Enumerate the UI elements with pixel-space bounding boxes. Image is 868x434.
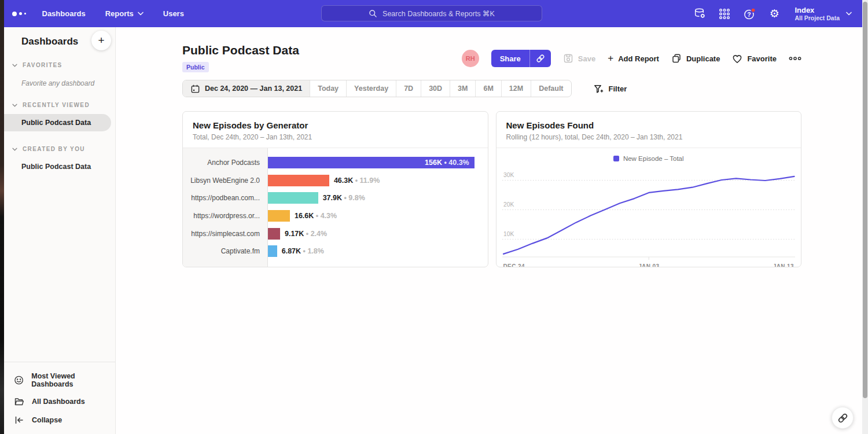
most-viewed-dashboards-button[interactable]: Most Viewed Dashboards <box>4 368 115 392</box>
collapse-sidebar-button[interactable]: Collapse <box>4 411 115 429</box>
date-preset-12m[interactable]: 12M <box>501 80 531 97</box>
bar-value-label: 16.6K • 4.3% <box>295 212 337 220</box>
link-chain-icon <box>837 413 848 424</box>
sidebar-item-label: Public Podcast Data <box>21 119 91 127</box>
footer-item-label: Most Viewed Dashboards <box>31 372 115 388</box>
plus-icon: + <box>98 34 104 47</box>
data-management-button[interactable] <box>693 7 707 21</box>
share-button[interactable]: Share <box>491 50 551 67</box>
more-options-button[interactable] <box>789 56 801 61</box>
section-label: RECENTLY VIEWED <box>23 102 90 108</box>
bar-chart: Anchor PodcastsLibsyn WebEngine 2.0https… <box>183 148 488 267</box>
scrollbar-thumb[interactable] <box>863 2 867 398</box>
save-floppy-icon <box>563 53 573 64</box>
plus-icon: + <box>608 54 613 62</box>
sidebar-section-created-by-you[interactable]: CREATED BY YOU <box>4 146 115 152</box>
svg-text:?: ? <box>748 10 751 17</box>
page-scrollbar[interactable] <box>862 0 868 434</box>
top-nav: Dashboards Reports Users Search Dashboar… <box>4 0 862 27</box>
card-title: New Episodes Found <box>506 120 792 130</box>
x-tick: DEC 24 <box>503 263 525 267</box>
date-preset-yesterday[interactable]: Yesterday <box>346 80 396 97</box>
card-title: New Episodes by Generator <box>193 120 478 130</box>
project-selector[interactable]: Index All Project Data <box>795 6 852 22</box>
filter-funnel-icon <box>593 84 604 94</box>
nav-item-label: Dashboards <box>42 9 86 18</box>
x-tick: JAN 13 <box>773 263 794 267</box>
avatar[interactable]: RH <box>462 50 479 67</box>
desktop-edge-strip <box>0 0 4 434</box>
nav-item-label: Users <box>163 9 184 18</box>
chevron-down-icon <box>12 64 17 67</box>
date-preset-30d[interactable]: 30D <box>421 80 450 97</box>
save-button[interactable]: Save <box>563 53 595 64</box>
duplicate-label: Duplicate <box>686 54 720 63</box>
duplicate-button[interactable]: Duplicate <box>671 53 720 64</box>
date-preset-default[interactable]: Default <box>531 80 571 97</box>
x-tick: JAN 03 <box>638 263 659 267</box>
bar-row: 16.6K • 4.3% <box>268 207 488 225</box>
settings-button[interactable]: ⚙ <box>767 7 781 21</box>
x-axis-labels: DEC 24 JAN 03 JAN 13 <box>502 262 796 267</box>
date-preset-7d[interactable]: 7D <box>396 80 421 97</box>
add-report-label: Add Report <box>618 54 659 63</box>
copy-link-button[interactable] <box>530 50 551 67</box>
section-label: CREATED BY YOU <box>23 146 85 152</box>
chevron-down-icon <box>12 148 17 151</box>
collapse-arrow-icon <box>14 415 24 425</box>
brand-logo-icon[interactable] <box>12 12 26 16</box>
sidebar-item-public-podcast-data-created[interactable]: Public Podcast Data <box>4 158 115 175</box>
bar-segment[interactable] <box>268 210 290 222</box>
date-range-label: Dec 24, 2020 — Jan 13, 2021 <box>205 84 302 93</box>
chevron-down-icon <box>12 104 17 107</box>
date-preset-3m[interactable]: 3M <box>450 80 475 97</box>
bar-category-label: https://podbean.com... <box>183 189 267 207</box>
settings-gear-icon: ⚙ <box>770 8 779 19</box>
more-dots-icon <box>789 56 801 61</box>
search-input[interactable]: Search Dashboards & Reports ⌘K <box>321 5 542 21</box>
nav-item-reports[interactable]: Reports <box>105 9 144 18</box>
add-dashboard-button[interactable]: + <box>91 31 111 50</box>
nav-item-dashboards[interactable]: Dashboards <box>42 9 86 18</box>
bar-segment[interactable] <box>268 245 277 257</box>
search-placeholder: Search Dashboards & Reports ⌘K <box>382 9 495 18</box>
nav-item-users[interactable]: Users <box>163 9 184 18</box>
link-chain-icon <box>536 54 545 63</box>
date-range-control: Dec 24, 2020 — Jan 13, 2021 TodayYesterd… <box>182 80 572 97</box>
share-label[interactable]: Share <box>491 50 530 67</box>
project-subtitle: All Project Data <box>795 14 840 22</box>
chart-legend[interactable]: New Episode – Total <box>502 152 796 165</box>
line-chart-plot[interactable]: 10K20K30K <box>502 165 796 262</box>
favorite-button[interactable]: Favorite <box>732 54 777 64</box>
bar-row: 37.9K • 9.8% <box>268 189 488 207</box>
section-label: FAVORITES <box>23 62 62 68</box>
filter-button[interactable]: Filter <box>593 84 627 94</box>
floating-copy-link-button[interactable] <box>832 407 854 429</box>
svg-text:30K: 30K <box>503 172 513 178</box>
bar-value-label: 46.3K • 11.9% <box>334 176 380 185</box>
sidebar-section-favorites[interactable]: FAVORITES <box>4 62 115 68</box>
calendar-icon <box>190 84 200 94</box>
bar-value-label: 37.9K • 9.8% <box>323 194 365 202</box>
add-report-button[interactable]: + Add Report <box>608 54 659 63</box>
header-actions: RH Share Save + Add Report Duplicate <box>462 50 801 67</box>
bar-segment[interactable] <box>268 228 280 240</box>
all-dashboards-button[interactable]: All Dashboards <box>4 392 115 411</box>
date-presets: TodayYesterday7D30D3M6M12MDefault <box>310 80 571 97</box>
sidebar-section-recently-viewed[interactable]: RECENTLY VIEWED <box>4 102 115 108</box>
bar-value-label: 6.87K • 1.8% <box>282 247 324 255</box>
sidebar-item-public-podcast-data[interactable]: Public Podcast Data <box>4 114 111 131</box>
legend-label: New Episode – Total <box>623 155 684 162</box>
bar-segment[interactable]: 156K • 40.3% <box>268 157 475 168</box>
date-range-picker[interactable]: Dec 24, 2020 — Jan 13, 2021 <box>183 80 310 97</box>
help-icon: ? <box>742 7 756 21</box>
date-preset-6m[interactable]: 6M <box>475 80 501 97</box>
bar-chart-rows: 156K • 40.3%46.3K • 11.9%37.9K • 9.8%16.… <box>268 148 488 267</box>
bar-segment[interactable] <box>268 175 329 186</box>
chevron-down-icon <box>846 12 852 16</box>
save-label: Save <box>578 54 595 63</box>
apps-menu-button[interactable] <box>718 7 731 21</box>
help-button[interactable]: ? <box>742 7 756 21</box>
date-preset-today[interactable]: Today <box>310 80 346 97</box>
bar-segment[interactable] <box>268 192 318 204</box>
